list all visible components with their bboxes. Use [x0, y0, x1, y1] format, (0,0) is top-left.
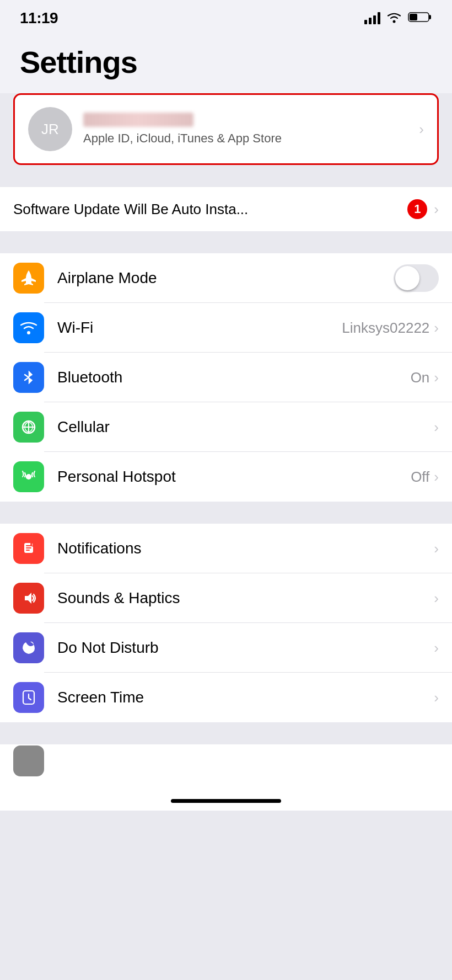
apple-id-row[interactable]: JR Apple ID, iCloud, iTunes & App Store …	[13, 93, 439, 165]
dnd-icon	[13, 632, 44, 663]
dnd-chevron-icon: ›	[434, 640, 439, 657]
connectivity-section: Airplane Mode Wi-Fi Linksys02222 › Bluet…	[0, 253, 452, 502]
bluetooth-row[interactable]: Bluetooth On ›	[0, 353, 452, 402]
hotspot-icon: ∞	[13, 461, 44, 492]
wifi-row[interactable]: Wi-Fi Linksys02222 ›	[0, 303, 452, 353]
bluetooth-icon	[13, 362, 44, 393]
svg-rect-12	[26, 547, 31, 548]
screen-time-label: Screen Time	[57, 689, 434, 706]
wifi-settings-icon	[13, 312, 44, 343]
avatar: JR	[28, 107, 72, 151]
wifi-label: Wi-Fi	[57, 319, 342, 337]
peek-icon	[13, 745, 44, 776]
update-badge: 1	[407, 199, 427, 219]
update-text: Software Update Will Be Auto Insta...	[13, 201, 407, 218]
bluetooth-chevron-icon: ›	[434, 369, 439, 386]
section-divider-4	[0, 722, 452, 744]
home-indicator	[171, 799, 281, 803]
bluetooth-value: On	[411, 369, 430, 386]
svg-text:∞: ∞	[25, 472, 31, 481]
battery-icon	[408, 11, 432, 25]
cellular-chevron-icon: ›	[434, 419, 439, 436]
screen-time-chevron-icon: ›	[434, 689, 439, 706]
avatar-initials: JR	[41, 121, 59, 138]
screen-time-row[interactable]: Screen Time ›	[0, 673, 452, 722]
sounds-row[interactable]: Sounds & Haptics ›	[0, 573, 452, 623]
update-section: Software Update Will Be Auto Insta... 1 …	[0, 187, 452, 231]
svg-rect-3	[410, 14, 417, 20]
notifications-row[interactable]: ! Notifications ›	[0, 524, 452, 573]
svg-text:!: !	[32, 543, 33, 547]
hotspot-value: Off	[411, 468, 429, 486]
status-icons	[364, 11, 432, 25]
page-header: Settings	[0, 33, 452, 93]
chevron-right-icon: ›	[419, 121, 424, 138]
svg-rect-11	[26, 545, 31, 546]
svg-point-4	[27, 331, 30, 334]
update-banner-row[interactable]: Software Update Will Be Auto Insta... 1 …	[0, 187, 452, 231]
section-divider-3	[0, 502, 452, 524]
sounds-icon	[13, 583, 44, 614]
sounds-label: Sounds & Haptics	[57, 589, 434, 607]
personal-hotspot-row[interactable]: ∞ Personal Hotspot Off ›	[0, 452, 452, 502]
notifications-chevron-icon: ›	[434, 540, 439, 557]
section-divider-1	[0, 165, 452, 187]
dnd-row[interactable]: Do Not Disturb ›	[0, 623, 452, 673]
section-divider-2	[0, 231, 452, 253]
bluetooth-label: Bluetooth	[57, 369, 411, 386]
svg-rect-2	[429, 15, 431, 19]
cellular-icon	[13, 412, 44, 443]
svg-point-0	[393, 20, 396, 23]
dnd-label: Do Not Disturb	[57, 639, 434, 657]
screen-time-icon	[13, 682, 44, 713]
apple-id-info: Apple ID, iCloud, iTunes & App Store	[83, 113, 408, 146]
cellular-label: Cellular	[57, 418, 434, 436]
hotspot-label: Personal Hotspot	[57, 468, 411, 486]
status-bar: 11:19	[0, 0, 452, 33]
status-time: 11:19	[20, 9, 58, 27]
sounds-chevron-icon: ›	[434, 590, 439, 607]
page-title: Settings	[20, 44, 432, 80]
notifications-label: Notifications	[57, 540, 434, 557]
notifications-section: ! Notifications › Sounds & Haptics › Do …	[0, 524, 452, 722]
hotspot-chevron-icon: ›	[434, 468, 439, 486]
signal-icon	[364, 12, 380, 24]
cellular-row[interactable]: Cellular ›	[0, 402, 452, 452]
airplane-mode-toggle[interactable]	[394, 264, 439, 292]
notifications-icon: !	[13, 533, 44, 564]
wifi-icon	[386, 11, 402, 25]
airplane-mode-icon	[13, 263, 44, 294]
update-chevron-icon: ›	[434, 201, 439, 218]
apple-id-subtitle: Apple ID, iCloud, iTunes & App Store	[83, 131, 408, 146]
svg-rect-13	[26, 550, 30, 551]
airplane-mode-row[interactable]: Airplane Mode	[0, 253, 452, 303]
apple-id-name-blurred	[83, 113, 193, 127]
airplane-mode-label: Airplane Mode	[57, 269, 394, 287]
wifi-value: Linksys02222	[342, 319, 429, 337]
svg-point-14	[30, 541, 36, 547]
bottom-peek-row	[0, 744, 452, 777]
wifi-chevron-icon: ›	[434, 319, 439, 337]
